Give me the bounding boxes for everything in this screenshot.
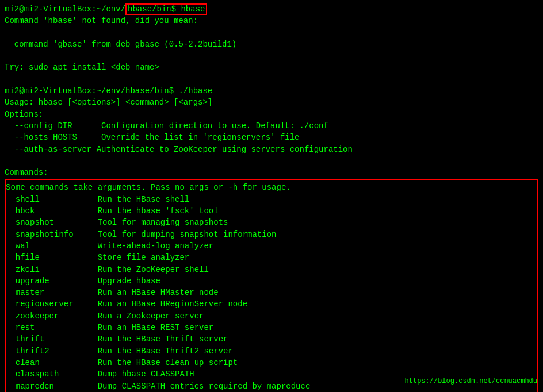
- terminal-line-11: --config DIR Configuration direction to …: [5, 120, 538, 132]
- terminal-line-8: mi2@mi2-VirtualBox:~/env/hbase/bin$ ./hb…: [5, 85, 538, 97]
- commands-line-4: snapshot Tool for managing snapshots: [6, 217, 537, 228]
- terminal-line-4: command 'gbase' from deb gbase (0.5-2.2b…: [5, 39, 538, 50]
- commands-line-6: wal Write-ahead-log analyzer: [6, 240, 537, 252]
- watermark: https://blog.csdn.net/ccnuacmhdu: [405, 377, 537, 385]
- commands-line-16: clean Run the HBase clean up script: [6, 357, 537, 368]
- prompt-text: mi2@mi2-VirtualBox:~/env/hbase/bin$ hbas…: [5, 3, 207, 15]
- terminal-line-12: --hosts HOSTS Override the list in 'regi…: [5, 132, 538, 143]
- terminal-window: mi2@mi2-VirtualBox:~/env/hbase/bin$ hbas…: [0, 0, 543, 392]
- commands-line-13: rest Run an HBase REST server: [6, 322, 537, 333]
- terminal-line-6: Try: sudo apt install <deb name>: [5, 62, 538, 73]
- commands-line-2: shell Run the HBase shell: [6, 194, 537, 205]
- commands-line-8: zkcli Run the ZooKeeper shell: [6, 264, 537, 275]
- terminal-line-7: [5, 74, 538, 85]
- commands-line-12: zookeeper Run a Zookeeper server: [6, 310, 537, 322]
- commands-box: Some commands take arguments. Pass no ar…: [5, 179, 538, 392]
- terminal-line-10: Options:: [5, 109, 538, 120]
- commands-line-10: master Run an HBase HMaster node: [6, 287, 537, 298]
- commands-line-5: snapshotinfo Tool for dumping snapshot i…: [6, 229, 537, 240]
- commands-line-7: hfile Store file analyzer: [6, 252, 537, 263]
- commands-line-11: regionserver Run an HBase HRegionServer …: [6, 298, 537, 310]
- terminal-line-9: Usage: hbase [<options>] <command> [<arg…: [5, 97, 538, 108]
- highlight-command: hbase/bin$ hbase: [125, 3, 207, 15]
- commands-line-15: thrift2 Run the HBase Thrift2 server: [6, 345, 537, 357]
- commands-line-1: Some commands take arguments. Pass no ar…: [6, 182, 537, 193]
- terminal-line-3: [5, 27, 538, 39]
- commands-line-3: hbck Run the hbase 'fsck' tool: [6, 205, 537, 217]
- terminal-line-13: --auth-as-server Authenticate to ZooKeep…: [5, 144, 538, 155]
- terminal-line-15: Commands:: [5, 167, 538, 178]
- commands-line-9: upgrade Upgrade hbase: [6, 275, 537, 287]
- terminal-line-2: Command 'hbase' not found, did you mean:: [5, 15, 538, 26]
- terminal-line-5: [5, 50, 538, 62]
- commands-line-14: thrift Run the HBase Thrift server: [6, 333, 537, 345]
- terminal-line-14: [5, 155, 538, 167]
- terminal-line-1: mi2@mi2-VirtualBox:~/env/hbase/bin$ hbas…: [5, 3, 538, 15]
